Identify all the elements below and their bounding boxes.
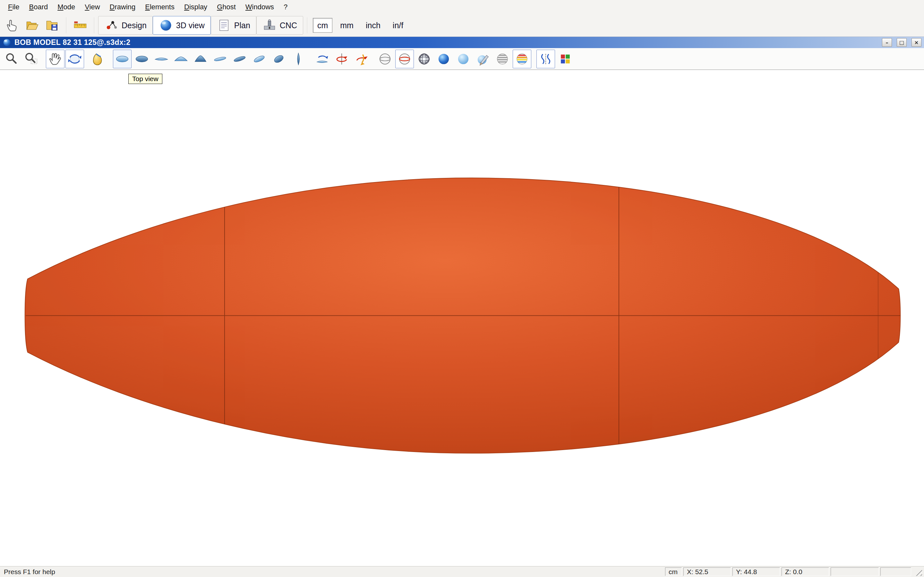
top-view-button[interactable]	[113, 50, 132, 68]
menu-item-elements[interactable]: Elements	[140, 2, 179, 13]
rotate-x-button[interactable]	[352, 50, 371, 68]
status-extra-panel	[880, 567, 911, 576]
back-view-button[interactable]	[191, 50, 210, 68]
zoom-group	[3, 50, 41, 68]
plan-mode-button[interactable]: Plan	[211, 16, 256, 35]
document-title-bar[interactable]: BOB MODEL 82 31 125@.s3dx:2 – □ ×	[0, 37, 924, 48]
menu-item-display[interactable]: Display	[179, 2, 212, 13]
view3d-mode-label: 3D view	[176, 21, 205, 30]
perspective-5-icon	[291, 52, 306, 66]
color-squares-icon	[558, 52, 573, 66]
bottom-view-icon	[134, 52, 149, 66]
unit-inch-button[interactable]: inch	[361, 18, 385, 33]
view-group	[113, 50, 308, 68]
outline-view-button[interactable]	[152, 50, 171, 68]
wireframe-red-sphere-icon	[397, 52, 412, 66]
zoom-window-button[interactable]	[22, 50, 41, 68]
menu-item-ghost[interactable]: Ghost	[212, 2, 241, 13]
menu-item-drawing[interactable]: Drawing	[105, 2, 141, 13]
color-squares-button[interactable]	[556, 50, 575, 68]
outline-view-icon	[154, 52, 169, 66]
paint-sphere-button[interactable]	[473, 50, 492, 68]
menu-item-mode[interactable]: Mode	[53, 2, 80, 13]
pointer-tool-button[interactable]	[3, 16, 23, 35]
wireframe-sphere-button[interactable]	[376, 50, 394, 68]
status-y-panel: Y: 44.8	[732, 567, 780, 576]
analysis-group	[536, 50, 575, 68]
minimize-button[interactable]: –	[882, 38, 892, 47]
resize-grip[interactable]	[914, 568, 922, 576]
tooltip-top-view: Top view	[128, 74, 162, 84]
pointer-hand-icon	[5, 18, 19, 32]
unit-mm-button[interactable]: mm	[336, 18, 358, 33]
view3d-mode-button[interactable]: 3D view	[153, 16, 211, 35]
shaded-sphere-button[interactable]	[435, 50, 453, 68]
render-group	[376, 50, 531, 68]
rotate-y-icon	[334, 52, 349, 66]
board-3d-render	[0, 70, 924, 566]
measure-button[interactable]	[70, 16, 90, 35]
zoom-icon	[5, 52, 19, 66]
light-icon	[91, 52, 106, 66]
status-bar: Press F1 for help cm X: 52.5 Y: 44.8 Z: …	[0, 566, 924, 577]
striped-sphere-button[interactable]	[493, 50, 512, 68]
flip-board-button[interactable]	[313, 50, 331, 68]
unit-cm-button[interactable]: cm	[313, 18, 333, 33]
rotate-x-icon	[354, 52, 368, 66]
plan-mode-label: Plan	[234, 21, 250, 30]
design-mode-button[interactable]: Design	[98, 16, 153, 35]
rotate-y-button[interactable]	[333, 50, 351, 68]
rotate-3d-button[interactable]	[65, 50, 84, 68]
save-file-button[interactable]	[42, 16, 62, 35]
bottom-view-button[interactable]	[132, 50, 151, 68]
wireframe-red-sphere-button[interactable]	[395, 50, 414, 68]
perspective-2-button[interactable]	[230, 50, 249, 68]
perspective-4-icon	[271, 52, 286, 66]
cnc-mode-label: CNC	[280, 21, 297, 30]
status-x-panel: X: 52.5	[683, 567, 731, 576]
paint-sphere-icon	[475, 52, 490, 66]
view-toolbar	[0, 48, 924, 70]
toolbar-separator	[307, 17, 307, 33]
navigate-group	[46, 50, 84, 68]
perspective-4-button[interactable]	[270, 50, 288, 68]
rotate-group	[313, 50, 371, 68]
perspective-3-button[interactable]	[250, 50, 268, 68]
menu-item-windows[interactable]: Windows	[241, 2, 279, 13]
zoom-button[interactable]	[3, 50, 21, 68]
front-view-icon	[174, 52, 188, 66]
curvature-button[interactable]	[536, 50, 555, 68]
color-striped-sphere-button[interactable]	[513, 50, 531, 68]
main-toolbar: Design 3D view Plan	[0, 14, 924, 37]
window-sphere-icon	[3, 38, 11, 47]
front-view-button[interactable]	[172, 50, 190, 68]
perspective-1-icon	[213, 52, 228, 66]
pan-button[interactable]	[46, 50, 65, 68]
striped-sphere-icon	[495, 52, 510, 66]
smooth-sphere-button[interactable]	[454, 50, 473, 68]
status-unit-panel: cm	[665, 567, 682, 576]
unit-inf-button[interactable]: in/f	[388, 18, 408, 33]
viewport-3d[interactable]: Top view	[0, 70, 924, 566]
shaded-sphere-icon	[436, 52, 451, 66]
shape3d-app: File Board Mode View Drawing Elements Di…	[0, 0, 924, 577]
status-z-panel: Z: 0.0	[782, 567, 829, 576]
top-view-icon	[115, 52, 129, 66]
mesh-sphere-button[interactable]	[415, 50, 433, 68]
design-mode-label: Design	[121, 21, 147, 30]
toolbar-separator	[66, 17, 66, 33]
flip-board-icon	[315, 52, 330, 66]
menu-item-board[interactable]: Board	[24, 2, 53, 13]
close-button[interactable]: ×	[911, 38, 921, 47]
menu-item-view[interactable]: View	[80, 2, 105, 13]
light-button[interactable]	[89, 50, 108, 68]
menu-item-help[interactable]: ?	[279, 2, 292, 13]
perspective-5-button[interactable]	[289, 50, 308, 68]
perspective-1-button[interactable]	[211, 50, 229, 68]
open-file-button[interactable]	[23, 16, 42, 35]
cnc-mode-button[interactable]: CNC	[256, 16, 303, 35]
maximize-button[interactable]: □	[897, 38, 907, 47]
ruler-icon	[73, 18, 87, 32]
color-striped-sphere-icon	[515, 52, 529, 66]
menu-item-file[interactable]: File	[3, 2, 24, 13]
